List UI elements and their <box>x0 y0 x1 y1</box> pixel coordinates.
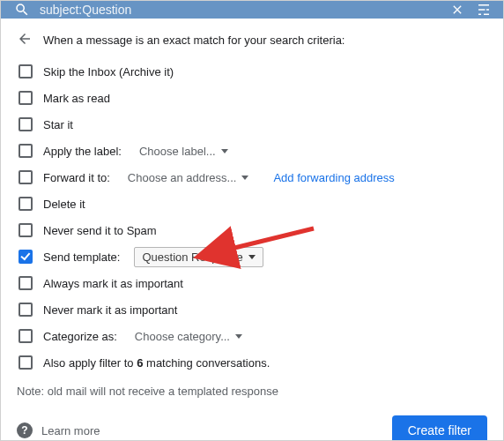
label-delete: Delete it <box>43 198 85 211</box>
label-forward: Forward it to: <box>43 171 110 184</box>
checkbox-mark-read[interactable] <box>19 91 33 105</box>
checkbox-apply-label[interactable] <box>19 144 33 158</box>
checkbox-never-spam[interactable] <box>19 223 33 237</box>
filter-panel: When a message is an exact match for you… <box>1 19 503 407</box>
select-send-template-value: Question Response <box>142 250 242 264</box>
select-forward-address[interactable]: Choose an address... <box>124 169 253 186</box>
checkbox-never-important[interactable] <box>19 303 33 317</box>
link-add-forwarding[interactable]: Add forwarding address <box>273 171 394 184</box>
label-categorize: Categorize as: <box>43 330 117 343</box>
select-send-template[interactable]: Question Response <box>134 247 263 267</box>
panel-heading: When a message is an exact match for you… <box>43 34 345 47</box>
checkbox-forward[interactable] <box>19 170 33 184</box>
label-also-apply: Also apply filter to 6 matching conversa… <box>43 356 270 370</box>
select-apply-label-value: Choose label... <box>139 145 216 158</box>
caret-down-icon <box>248 255 256 259</box>
checkbox-star[interactable] <box>19 117 33 131</box>
search-icon[interactable] <box>13 1 31 19</box>
back-arrow-icon[interactable] <box>17 31 33 49</box>
help-icon[interactable]: ? <box>17 422 33 438</box>
close-icon[interactable] <box>448 1 466 19</box>
checkbox-delete[interactable] <box>19 197 33 211</box>
label-never-spam: Never send it to Spam <box>43 224 157 237</box>
search-bar: subject:Question <box>1 1 503 19</box>
caret-down-icon <box>235 334 242 339</box>
label-skip-inbox: Skip the Inbox (Archive it) <box>43 65 174 78</box>
label-star: Star it <box>43 118 73 131</box>
create-filter-button[interactable]: Create filter <box>392 415 487 441</box>
label-send-template: Send template: <box>43 250 120 264</box>
search-query-text[interactable]: subject:Question <box>40 3 440 17</box>
select-categorize[interactable]: Choose category... <box>131 328 246 345</box>
checkbox-skip-inbox[interactable] <box>19 64 33 78</box>
label-mark-read: Mark as read <box>43 92 110 105</box>
checkbox-categorize[interactable] <box>19 329 33 343</box>
label-apply-label: Apply the label: <box>43 145 122 158</box>
caret-down-icon <box>221 149 228 153</box>
checkbox-send-template[interactable] <box>19 250 33 264</box>
tune-icon[interactable] <box>475 1 493 19</box>
link-learn-more[interactable]: Learn more <box>41 424 383 437</box>
checkbox-always-important[interactable] <box>19 276 33 290</box>
note-text: Note: old mail will not receive a templa… <box>17 385 487 398</box>
caret-down-icon <box>241 176 248 180</box>
select-apply-label[interactable]: Choose label... <box>136 143 232 160</box>
label-always-important: Always mark it as important <box>43 277 183 290</box>
select-categorize-value: Choose category... <box>135 330 230 343</box>
footer: ? Learn more Create filter <box>1 407 503 441</box>
label-never-important: Never mark it as important <box>43 303 177 317</box>
checkbox-also-apply[interactable] <box>19 355 33 370</box>
select-forward-value: Choose an address... <box>128 171 237 184</box>
